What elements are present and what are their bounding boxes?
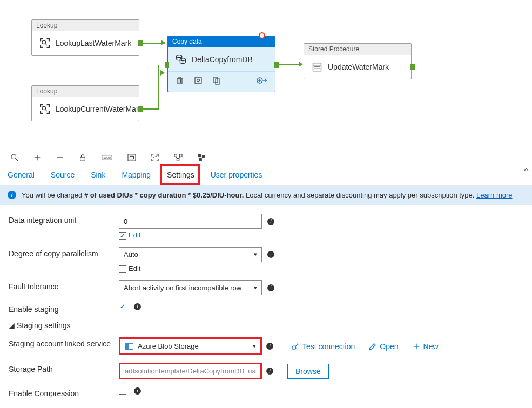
fault-tolerance-select[interactable]: Abort activity on first incompatible row… bbox=[119, 280, 262, 295]
delete-icon[interactable] bbox=[176, 76, 184, 86]
svg-rect-52 bbox=[180, 154, 182, 157]
node-title: DeltaCopyfromDB bbox=[192, 55, 253, 64]
database-icon bbox=[176, 54, 186, 65]
info-icon[interactable]: i bbox=[267, 284, 274, 291]
tab-source[interactable]: Source bbox=[51, 171, 75, 179]
node-lookup-current-watermark[interactable]: Lookup LookupCurrentWaterMark bbox=[31, 85, 139, 121]
staging-settings-header[interactable]: ◢ Staging settings bbox=[9, 321, 523, 330]
node-type-label: Lookup bbox=[32, 86, 139, 97]
svg-rect-11 bbox=[41, 105, 41, 107]
node-title: UpdateWaterMark bbox=[328, 63, 389, 71]
procedure-icon bbox=[312, 62, 322, 72]
info-icon: i bbox=[8, 191, 16, 199]
tab-mapping[interactable]: Mapping bbox=[122, 171, 151, 179]
connector-arrow bbox=[160, 70, 165, 76]
connector-dot[interactable] bbox=[138, 106, 143, 112]
search-icon[interactable] bbox=[11, 154, 18, 163]
svg-rect-13 bbox=[49, 105, 50, 107]
test-connection-link[interactable]: Test connection bbox=[292, 342, 355, 351]
connector-dot[interactable] bbox=[274, 62, 279, 68]
diu-edit-label[interactable]: Edit bbox=[129, 231, 140, 239]
linked-service-select[interactable]: Azure Blob Storage ▾ bbox=[120, 339, 260, 353]
svg-rect-17 bbox=[49, 111, 50, 113]
fit-screen-icon[interactable] bbox=[127, 154, 136, 163]
connector-arrow bbox=[299, 62, 303, 67]
svg-text:100%: 100% bbox=[103, 157, 111, 160]
svg-point-21 bbox=[180, 58, 185, 61]
svg-point-8 bbox=[42, 40, 46, 44]
parallelism-select[interactable]: Auto ▾ bbox=[119, 247, 262, 262]
collapse-icon: ◢ bbox=[9, 321, 15, 330]
enable-compression-checkbox[interactable] bbox=[119, 387, 126, 395]
svg-point-18 bbox=[42, 106, 46, 110]
svg-rect-53 bbox=[177, 159, 179, 161]
preview-icon[interactable] bbox=[194, 76, 203, 86]
zoom-in-icon[interactable] bbox=[33, 154, 41, 163]
connector-dot[interactable] bbox=[138, 40, 143, 46]
node-lookup-last-watermark[interactable]: Lookup LookupLastWaterMark bbox=[31, 19, 139, 56]
svg-rect-51 bbox=[174, 154, 177, 157]
node-type-label: Lookup bbox=[32, 20, 139, 31]
diu-input[interactable] bbox=[119, 214, 262, 229]
info-icon[interactable]: i bbox=[134, 303, 141, 310]
layout-icon[interactable] bbox=[198, 154, 205, 163]
svg-rect-5 bbox=[41, 45, 41, 47]
add-activity-icon[interactable] bbox=[257, 76, 267, 86]
connector-line bbox=[158, 65, 159, 109]
info-icon[interactable]: i bbox=[266, 343, 273, 350]
connector-dot[interactable] bbox=[165, 62, 169, 68]
zoom-100-icon[interactable]: 100% bbox=[102, 154, 112, 163]
panel-grip-icon[interactable]: ⌃ bbox=[522, 166, 530, 178]
connector-line bbox=[279, 64, 301, 65]
open-link[interactable]: Open bbox=[369, 342, 398, 351]
svg-rect-3 bbox=[49, 39, 50, 41]
info-icon[interactable]: i bbox=[266, 368, 273, 375]
blob-storage-icon bbox=[125, 343, 133, 350]
svg-line-9 bbox=[45, 44, 47, 45]
svg-line-19 bbox=[45, 110, 47, 111]
caret-down-icon: ▾ bbox=[254, 284, 257, 291]
svg-rect-57 bbox=[202, 155, 205, 158]
lock-icon[interactable] bbox=[79, 154, 86, 163]
banner-text: You will be charged # of used DIUs * cop… bbox=[22, 191, 513, 199]
storage-path-input[interactable] bbox=[120, 364, 260, 378]
property-tabs: General Source Sink Mapping Settings Use… bbox=[0, 165, 532, 185]
browse-button[interactable]: Browse bbox=[287, 364, 329, 379]
svg-rect-56 bbox=[198, 154, 201, 157]
node-copy-data[interactable]: Copy data DeltaCopyfromDB bbox=[167, 36, 275, 92]
tab-user-properties[interactable]: User properties bbox=[211, 171, 262, 179]
zoom-out-icon[interactable] bbox=[56, 154, 64, 163]
parallelism-edit-label: Edit bbox=[129, 264, 140, 273]
info-icon[interactable]: i bbox=[267, 251, 274, 258]
svg-point-30 bbox=[197, 79, 200, 82]
svg-rect-1 bbox=[41, 39, 41, 41]
node-type-label: Copy data bbox=[168, 36, 275, 47]
enable-staging-checkbox[interactable] bbox=[119, 303, 126, 310]
tab-general[interactable]: General bbox=[8, 171, 35, 179]
storage-path-label: Storage Path bbox=[9, 363, 119, 373]
parallelism-edit-checkbox[interactable] bbox=[119, 265, 126, 273]
learn-more-link[interactable]: Learn more bbox=[476, 191, 512, 199]
connector-arrow bbox=[161, 40, 165, 45]
copy-icon[interactable] bbox=[212, 76, 221, 86]
connector-dot[interactable] bbox=[410, 64, 415, 70]
align-icon[interactable] bbox=[174, 154, 183, 163]
caret-down-icon: ▾ bbox=[253, 343, 256, 350]
pipeline-canvas[interactable]: Lookup LookupLastWaterMark Lookup Lookup… bbox=[0, 0, 532, 151]
enable-staging-label: Enable staging bbox=[9, 303, 119, 314]
svg-rect-50 bbox=[130, 156, 134, 159]
svg-rect-46 bbox=[80, 157, 85, 161]
node-title: LookupLastWaterMark bbox=[56, 39, 131, 47]
tab-sink[interactable]: Sink bbox=[91, 171, 105, 179]
node-stored-procedure[interactable]: Stored Procedure UpdateWaterMark bbox=[304, 43, 412, 79]
svg-point-41 bbox=[11, 154, 16, 159]
diu-edit-checkbox[interactable] bbox=[119, 232, 126, 240]
info-icon[interactable]: i bbox=[267, 218, 274, 225]
settings-form: Data integration unit i Edit Degree of c… bbox=[0, 205, 532, 404]
svg-line-42 bbox=[16, 159, 18, 161]
info-icon[interactable]: i bbox=[134, 387, 141, 395]
fullscreen-icon[interactable] bbox=[151, 154, 159, 163]
tab-settings[interactable]: Settings bbox=[167, 171, 194, 179]
svg-rect-58 bbox=[199, 158, 202, 161]
new-link[interactable]: New bbox=[413, 342, 439, 351]
